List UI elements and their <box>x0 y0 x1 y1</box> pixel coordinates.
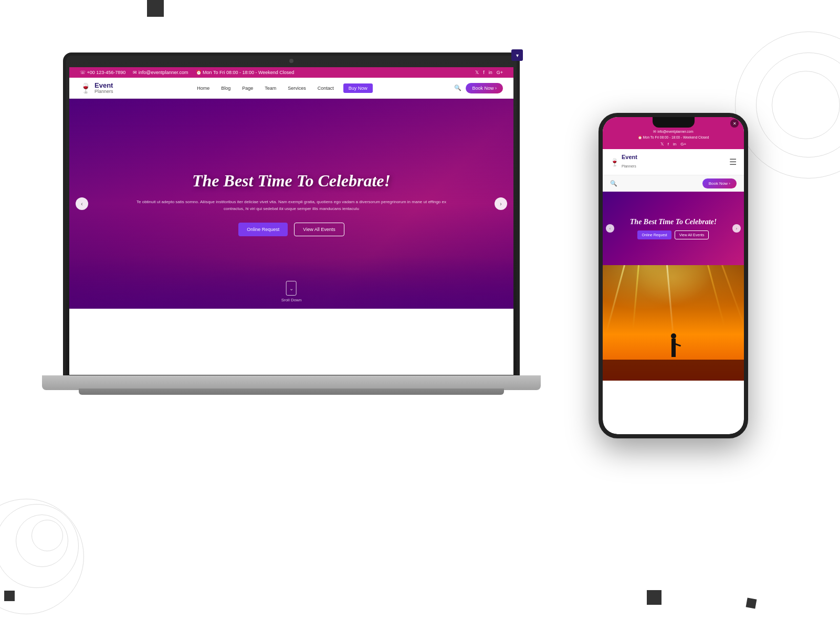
phone-logo-text: Event Planners <box>622 154 637 170</box>
phone-email-info: ✉ info@eventplanner.com <box>653 130 693 134</box>
decor-rect-bottom-right <box>746 598 757 609</box>
decor-circle-left-3 <box>16 514 68 567</box>
laptop-screen: ☏ +00 123-456-7890 ✉ info@eventplanner.c… <box>69 67 513 375</box>
decor-circle-left-2 <box>0 504 79 588</box>
book-now-button[interactable]: Book Now › <box>466 83 503 93</box>
phone-logo: 🍷 Event Planners <box>610 154 637 170</box>
laptop-camera <box>289 59 293 63</box>
phone-notch <box>653 117 695 128</box>
phone-body: ✕ ✉ info@eventplanner.com ⏰ Mon To Fri 0… <box>598 113 748 438</box>
hero-buttons: Online Request View All Events <box>129 223 454 236</box>
hero-prev-button[interactable]: ‹ <box>76 197 88 210</box>
view-all-events-button[interactable]: View All Events <box>294 223 344 236</box>
scroll-down-icon: ⌄ <box>286 281 297 296</box>
topbar-left: ☏ +00 123-456-7890 ✉ info@eventplanner.c… <box>80 70 294 75</box>
nav-home[interactable]: Home <box>195 85 212 92</box>
nav-right: 🔍 Book Now › <box>454 83 503 93</box>
site-nav: Home Blog Page Team Services Contact Buy… <box>195 83 373 93</box>
phone-hero-buttons: Online Request View All Events <box>630 230 717 239</box>
phone-device: ✕ ✉ info@eventplanner.com ⏰ Mon To Fri 0… <box>598 113 748 438</box>
logo-sub: Planners <box>94 89 113 94</box>
scroll-down-label: Sroll Down <box>281 298 302 302</box>
nav-team[interactable]: Team <box>262 85 278 92</box>
logo-text: Event Planners <box>94 82 113 94</box>
phone-hours-info: ⏰ Mon To Fri 08:00 - 18:00 - Weekend Clo… <box>638 135 709 140</box>
twitter-icon[interactable]: 𝕏 <box>475 70 479 75</box>
nav-services[interactable]: Services <box>286 85 308 92</box>
phone-email-row: ✉ info@eventplanner.com <box>609 130 738 134</box>
gplus-icon[interactable]: G+ <box>497 70 503 75</box>
online-request-button[interactable]: Online Request <box>238 223 288 236</box>
logo-icon: 🍷 <box>80 82 91 94</box>
phone-menu-button[interactable]: ☰ <box>729 157 737 167</box>
nav-contact[interactable]: Contact <box>316 85 336 92</box>
phone-info: ☏ +00 123-456-7890 <box>80 70 125 75</box>
phone-screen: ✉ info@eventplanner.com ⏰ Mon To Fri 08:… <box>603 117 744 434</box>
hero-title: The Best Time To Celebrate! <box>129 171 454 191</box>
hours-info: ⏰ Mon To Fri 08:00 - 18:00 - Weekend Clo… <box>196 70 295 75</box>
hero-content: The Best Time To Celebrate! Te obtinuit … <box>108 171 475 237</box>
phone-concert-image <box>603 265 744 381</box>
phone-brand-sub: Planners <box>622 164 636 168</box>
nav-buy-now[interactable]: Buy Now <box>343 83 373 93</box>
decor-rect-top <box>147 0 164 17</box>
phone-book-now-button[interactable]: Book Now › <box>702 178 737 188</box>
scroll-down: ⌄ Sroll Down <box>281 281 302 302</box>
laptop-device: ▾ ☏ +00 123-456-7890 ✉ info@eventplanner… <box>63 52 520 410</box>
concert-figure-body <box>671 339 676 357</box>
site-navbar: 🍷 Event Planners Home Blog Page Team Ser… <box>69 78 513 99</box>
topbar-right: 𝕏 f in G+ <box>475 70 503 75</box>
decor-circle-right-3 <box>772 71 840 139</box>
phone-hero-next[interactable]: › <box>732 224 741 233</box>
phone-close-button[interactable]: ✕ <box>730 119 739 128</box>
site-logo: 🍷 Event Planners <box>80 82 113 94</box>
decor-circle-left-1 <box>0 499 84 614</box>
decor-rect-bottom-center <box>647 590 662 605</box>
phone-navbar: 🍷 Event Planners ☰ <box>603 149 744 175</box>
decor-rect-left <box>4 591 15 601</box>
nav-blog[interactable]: Blog <box>219 85 233 92</box>
concert-crowd <box>603 360 744 381</box>
decor-circle-right-1 <box>735 32 840 178</box>
dropdown-button[interactable]: ▾ <box>511 49 523 61</box>
facebook-icon[interactable]: f <box>483 70 485 75</box>
hero-section: ‹ The Best Time To Celebrate! Te obtinui… <box>69 99 513 309</box>
phone-hero-content: The Best Time To Celebrate! Online Reque… <box>622 218 725 239</box>
hero-body-text: Te obtinuit ut adepto satis somno. Aliis… <box>129 199 454 213</box>
phone-action-bar: 🔍 Book Now › <box>603 175 744 192</box>
phone-online-request-button[interactable]: Online Request <box>637 230 671 239</box>
laptop-foot <box>79 388 504 395</box>
hero-next-button[interactable]: › <box>495 197 507 210</box>
site-topbar: ☏ +00 123-456-7890 ✉ info@eventplanner.c… <box>69 67 513 78</box>
phone-hero-title: The Best Time To Celebrate! <box>630 218 717 226</box>
search-icon[interactable]: 🔍 <box>454 85 461 91</box>
decor-circle-right-2 <box>756 52 840 158</box>
laptop-base <box>42 375 541 390</box>
phone-facebook-icon[interactable]: f <box>668 142 669 146</box>
email-info: ✉ info@eventplanner.com <box>133 70 188 75</box>
laptop-body: ☏ +00 123-456-7890 ✉ info@eventplanner.c… <box>63 52 520 378</box>
phone-hours-row: ⏰ Mon To Fri 08:00 - 18:00 - Weekend Clo… <box>609 135 738 140</box>
phone-linkedin-icon[interactable]: in <box>673 142 676 146</box>
phone-view-all-events-button[interactable]: View All Events <box>675 230 709 239</box>
phone-hero-section: ‹ The Best Time To Celebrate! Online Req… <box>603 192 744 265</box>
phone-twitter-icon[interactable]: 𝕏 <box>660 142 664 146</box>
phone-search-icon[interactable]: 🔍 <box>610 180 617 187</box>
linkedin-icon[interactable]: in <box>489 70 492 75</box>
decor-circle-left-4 <box>32 520 63 551</box>
phone-logo-icon: 🍷 <box>610 158 619 166</box>
logo-name: Event <box>94 82 113 89</box>
phone-hero-prev[interactable]: ‹ <box>606 224 614 233</box>
phone-brand-name: Event <box>622 154 637 160</box>
concert-figure-head <box>671 333 676 339</box>
nav-page[interactable]: Page <box>240 85 255 92</box>
phone-gplus-icon[interactable]: G+ <box>680 142 686 146</box>
phone-social: 𝕏 f in G+ <box>609 142 738 146</box>
